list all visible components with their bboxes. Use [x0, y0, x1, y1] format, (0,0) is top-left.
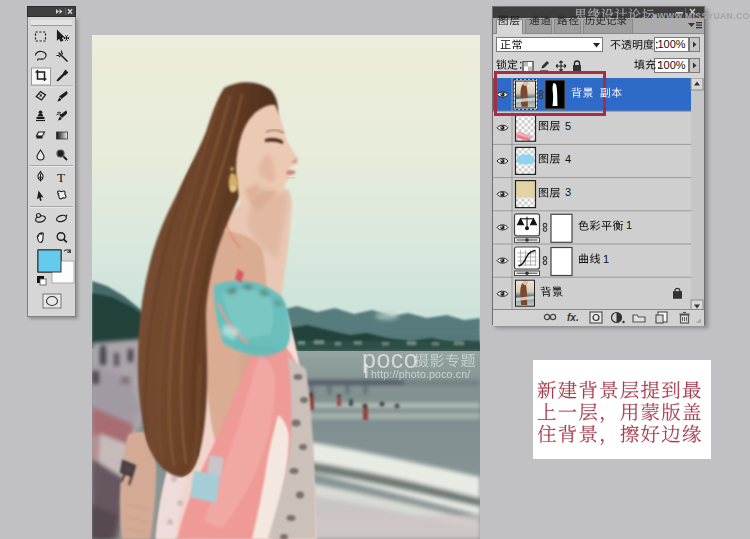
svg-text:fx.: fx. [567, 312, 579, 323]
svg-text:T: T [57, 170, 65, 185]
